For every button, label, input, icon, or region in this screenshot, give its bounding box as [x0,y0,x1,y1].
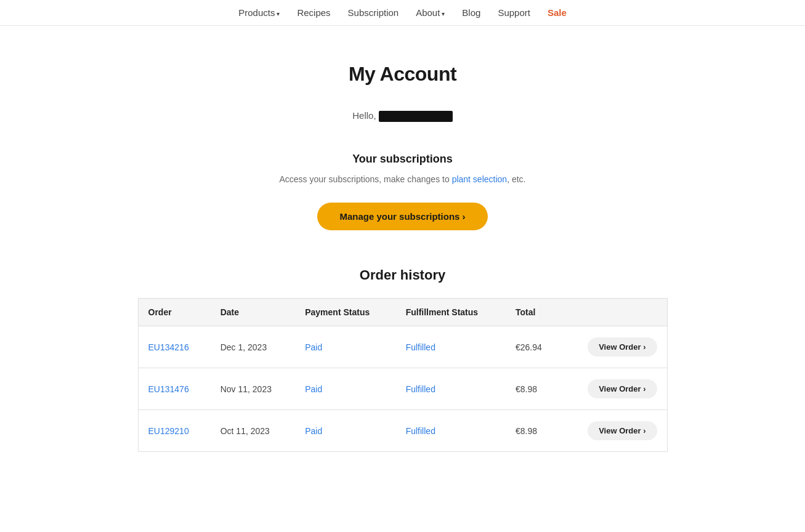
orders-table: Order Date Payment Status Fulfillment St… [138,298,668,452]
cell-total: €8.98 [506,368,560,410]
order-history-heading: Order history [138,267,668,283]
cell-fulfillment-status: Fulfilled [396,368,506,410]
nav-subscription[interactable]: Subscription [348,7,399,18]
view-order-button[interactable]: View Order › [588,421,657,440]
chevron-down-icon: ▾ [277,10,280,17]
nav-recipes[interactable]: Recipes [297,7,330,18]
page-title: My Account [138,63,668,86]
view-order-button[interactable]: View Order › [588,379,657,398]
subscriptions-heading: Your subscriptions [138,153,668,166]
col-header-date: Date [211,299,296,326]
table-row: EU129210 Oct 11, 2023 Paid Fulfilled €8.… [138,410,667,452]
cell-action: View Order › [560,410,667,452]
chevron-down-icon: ▾ [442,10,445,17]
order-history-section: Order history Order Date Payment Status … [138,267,668,452]
username-redacted [379,111,453,122]
cell-date: Nov 11, 2023 [211,368,296,410]
col-header-payment: Payment Status [295,299,395,326]
cell-order-id: EU134216 [138,326,211,368]
cell-fulfillment-status: Fulfilled [396,410,506,452]
order-id-link[interactable]: EU131476 [148,384,189,394]
col-header-total: Total [506,299,560,326]
order-id-link[interactable]: EU129210 [148,426,189,436]
cell-date: Oct 11, 2023 [211,410,296,452]
cell-order-id: EU131476 [138,368,211,410]
cell-fulfillment-status: Fulfilled [396,326,506,368]
cell-date: Dec 1, 2023 [211,326,296,368]
table-row: EU134216 Dec 1, 2023 Paid Fulfilled €26.… [138,326,667,368]
cell-payment-status: Paid [295,410,395,452]
nav-sale[interactable]: Sale [548,7,567,18]
hello-line: Hello, [138,110,668,122]
cell-action: View Order › [560,326,667,368]
main-nav: Products▾ Recipes Subscription About▾ Bl… [0,0,805,26]
nav-products[interactable]: Products▾ [238,7,280,18]
col-header-fulfillment: Fulfillment Status [396,299,506,326]
page-content: My Account Hello, Your subscriptions Acc… [126,26,680,477]
cell-order-id: EU129210 [138,410,211,452]
nav-blog[interactable]: Blog [462,7,480,18]
table-header-row: Order Date Payment Status Fulfillment St… [138,299,667,326]
cell-total: €8.98 [506,410,560,452]
subscriptions-description: Access your subscriptions, make changes … [138,174,668,184]
col-header-action [560,299,667,326]
view-order-button[interactable]: View Order › [588,337,657,357]
cell-total: €26.94 [506,326,560,368]
nav-about[interactable]: About▾ [416,7,445,18]
subscriptions-section: Your subscriptions Access your subscript… [138,153,668,230]
cell-action: View Order › [560,368,667,410]
cell-payment-status: Paid [295,368,395,410]
order-id-link[interactable]: EU134216 [148,342,189,352]
col-header-order: Order [138,299,211,326]
plant-selection-link[interactable]: plant selection [452,174,508,184]
cell-payment-status: Paid [295,326,395,368]
nav-support[interactable]: Support [498,7,530,18]
table-row: EU131476 Nov 11, 2023 Paid Fulfilled €8.… [138,368,667,410]
manage-subscriptions-button[interactable]: Manage your subscriptions › [317,203,487,230]
